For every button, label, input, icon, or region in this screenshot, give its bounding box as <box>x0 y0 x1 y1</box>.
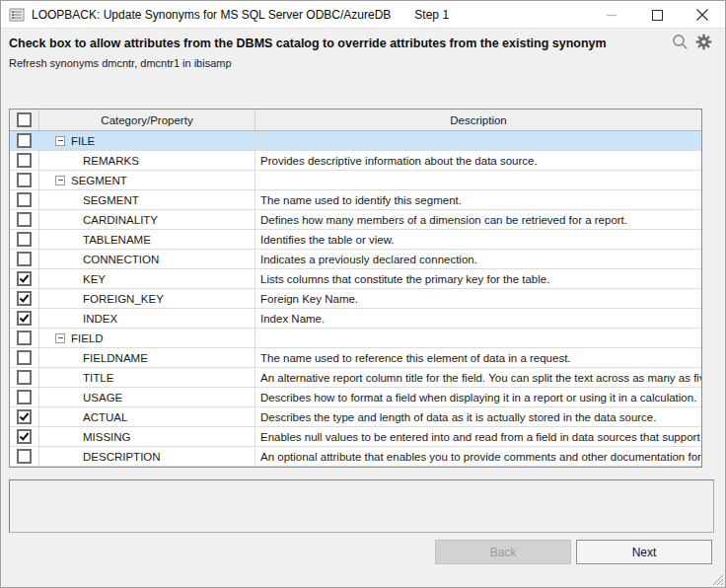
minimize-button[interactable] <box>589 1 634 29</box>
row-checkbox-cell <box>10 388 39 406</box>
category-cell: FIELD <box>39 329 255 347</box>
category-label: FIELD <box>71 332 104 344</box>
table-row[interactable]: REMARKSProvides descriptive information … <box>10 151 701 171</box>
category-cell: ACTUAL <box>39 407 255 426</box>
category-cell: FOREIGN_KEY <box>39 289 255 308</box>
table-row[interactable]: SEGMENT <box>10 171 701 190</box>
row-checkbox-cell <box>10 447 39 466</box>
row-checkbox-checked[interactable] <box>17 409 32 424</box>
settings-button[interactable] <box>695 34 712 50</box>
category-label: ACTUAL <box>83 411 127 423</box>
table-row[interactable]: FILE <box>10 131 701 151</box>
row-checkbox[interactable] <box>17 153 32 168</box>
category-cell: SEGMENT <box>39 190 255 209</box>
table-body: FILEREMARKSProvides descriptive informat… <box>10 131 701 467</box>
table-row[interactable]: FIELD <box>10 329 701 348</box>
row-checkbox-checked[interactable] <box>17 311 32 326</box>
table-row[interactable]: TABLENAMEIdentifies the table or view. <box>10 230 701 250</box>
row-checkbox-cell <box>10 131 39 150</box>
row-checkbox-cell <box>10 309 39 328</box>
category-cell: SEGMENT <box>39 171 255 189</box>
minus-box-icon[interactable] <box>55 136 65 146</box>
table-row[interactable]: CARDINALITYDefines how many members of a… <box>10 210 701 230</box>
instruction-text: Check box to allow attributes from the D… <box>9 37 607 50</box>
description-cell: The name used to identify this segment. <box>255 190 701 209</box>
row-checkbox[interactable] <box>17 390 32 404</box>
row-checkbox[interactable] <box>17 449 32 464</box>
category-cell: DESCRIPTION <box>39 447 255 466</box>
table-row[interactable]: KEYLists columns that constitute the pri… <box>10 269 701 289</box>
caption-buttons <box>589 1 725 29</box>
row-checkbox[interactable] <box>17 350 32 365</box>
maximize-button[interactable] <box>634 1 680 29</box>
category-label: TITLE <box>83 372 113 384</box>
back-button[interactable]: Back <box>435 540 571 564</box>
resize-grip-icon[interactable] <box>711 573 723 585</box>
next-button[interactable]: Next <box>576 540 712 564</box>
column-header-category: Category/Property <box>39 110 255 130</box>
row-checkbox-checked[interactable] <box>17 291 32 306</box>
table-row[interactable]: MISSINGEnables null values to be entered… <box>10 427 701 447</box>
category-cell: FIELDNAME <box>39 348 255 367</box>
description-cell <box>255 329 701 347</box>
table-row[interactable]: FOREIGN_KEYForeign Key Name. <box>10 289 701 309</box>
category-cell: CARDINALITY <box>39 210 255 229</box>
description-cell: Lists columns that constitute the primar… <box>255 269 701 288</box>
row-checkbox-checked[interactable] <box>17 429 32 444</box>
checkmark-icon <box>20 312 30 322</box>
row-checkbox-cell <box>10 368 39 387</box>
search-button[interactable] <box>672 34 689 50</box>
table-row[interactable]: ACTUALDescribes the type and length of d… <box>10 407 701 427</box>
category-cell: FILE <box>39 131 255 150</box>
row-checkbox-cell <box>10 171 39 189</box>
table-row[interactable]: SEGMENTThe name used to identify this se… <box>10 190 701 210</box>
attributes-table: Category/Property Description FILEREMARK… <box>9 109 702 468</box>
row-checkbox[interactable] <box>17 192 32 207</box>
close-button[interactable] <box>680 1 725 29</box>
table-row[interactable]: FIELDNAMEThe name used to reference this… <box>10 348 701 368</box>
category-label: INDEX <box>83 313 117 325</box>
row-checkbox[interactable] <box>17 252 32 266</box>
checkmark-icon <box>20 292 30 302</box>
row-checkbox[interactable] <box>17 370 32 385</box>
table-row[interactable]: INDEXIndex Name. <box>10 309 701 329</box>
description-cell <box>255 131 701 150</box>
category-label: SEGMENT <box>83 194 139 206</box>
description-cell: Describes the type and length of data as… <box>255 407 701 426</box>
description-cell: Provides descriptive information about t… <box>255 151 701 170</box>
description-cell: Enables null values to be entered into a… <box>255 427 701 446</box>
category-label: FOREIGN_KEY <box>83 293 164 305</box>
category-cell: KEY <box>39 269 255 288</box>
row-checkbox-cell <box>10 151 39 170</box>
description-cell: Identifies the table or view. <box>255 230 701 249</box>
row-checkbox-cell <box>10 329 39 347</box>
table-row[interactable]: USAGEDescribes how to format a field whe… <box>10 388 701 407</box>
maximize-icon <box>652 10 663 21</box>
minus-box-icon[interactable] <box>55 333 65 343</box>
table-header-row: Category/Property Description <box>10 110 701 131</box>
row-checkbox-cell <box>10 348 39 367</box>
row-checkbox[interactable] <box>17 173 32 187</box>
table-row[interactable]: DESCRIPTIONAn optional attribute that en… <box>10 447 701 467</box>
header-checkbox[interactable] <box>17 112 32 127</box>
category-label: FIELDNAME <box>83 352 148 364</box>
table-row[interactable]: CONNECTIONIndicates a previously declare… <box>10 250 701 269</box>
row-checkbox[interactable] <box>17 331 32 345</box>
row-checkbox-checked[interactable] <box>17 271 32 286</box>
description-cell: Defines how many members of a dimension … <box>255 210 701 229</box>
table-row[interactable]: TITLEAn alternative report column title … <box>10 368 701 388</box>
row-checkbox[interactable] <box>17 232 32 247</box>
close-icon <box>696 9 708 21</box>
minus-box-icon[interactable] <box>55 176 65 185</box>
category-label: SEGMENT <box>71 175 127 186</box>
row-checkbox[interactable] <box>17 133 32 148</box>
checkmark-icon <box>20 410 30 420</box>
column-header-description: Description <box>255 110 701 130</box>
row-checkbox[interactable] <box>17 212 32 227</box>
row-checkbox-cell <box>10 230 39 249</box>
minimize-icon <box>607 10 617 21</box>
category-label: CARDINALITY <box>83 214 158 226</box>
description-cell: The name used to reference this element … <box>255 348 701 367</box>
description-cell: An optional attribute that enables you t… <box>255 447 701 466</box>
category-label: KEY <box>83 273 106 285</box>
